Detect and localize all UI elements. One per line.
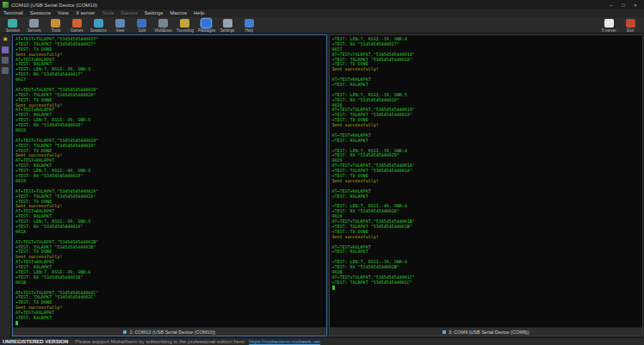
settings-gear-icon — [223, 19, 232, 28]
toolbar-label-tunneling: Tunneling — [176, 28, 193, 33]
toolbar: SessionServersToolsGamesSessionsViewSpli… — [0, 17, 644, 34]
terminal-com10[interactable]: AT+TEST=TXLRPKT,"53454545440027"+TEST: T… — [13, 35, 326, 327]
menu-item-view[interactable]: View — [58, 9, 69, 17]
multiexec-icon — [158, 19, 168, 28]
tab-com10-label: 2. COM10 (USB Serial Device (COM10)) — [129, 330, 215, 335]
terminal-cursor — [15, 321, 18, 325]
quick-sessions-icon[interactable] — [2, 46, 9, 53]
toolbar-multiexec-button[interactable]: MultiExec — [152, 18, 174, 33]
menu-item-macros[interactable]: Macros — [170, 9, 187, 17]
toolbar-label-view: View — [116, 28, 125, 33]
terminal-panes: AT+TEST=TXLRPKT,"53454545440027"+TEST: T… — [11, 34, 644, 337]
toolbar-view-button[interactable]: View — [109, 18, 131, 33]
toolbar-session-button[interactable]: Session — [2, 18, 23, 33]
toolbar-label-settings: Settings — [220, 28, 235, 33]
games-icon — [72, 19, 82, 28]
tab-com10[interactable]: 2. COM10 (USB Serial Device (COM10)) — [13, 327, 326, 336]
unregistered-version-label: UNREGISTERED VERSION — [3, 339, 68, 344]
tools-icon — [51, 19, 60, 28]
macros-icon[interactable] — [2, 57, 9, 64]
window-controls: –□× — [605, 1, 641, 9]
exit-icon — [626, 19, 635, 28]
terminal-pane-com10: AT+TEST=TXLRPKT,"53454545440027"+TEST: T… — [12, 34, 327, 336]
toolbar-servers-button[interactable]: Servers — [23, 18, 45, 33]
menu-item-sessions[interactable]: Sessions — [30, 9, 51, 17]
favorites-star-icon[interactable]: ★ — [2, 35, 8, 43]
toolbar-label-sessions: Sessions — [90, 28, 107, 33]
terminal-cursor-line — [332, 286, 643, 291]
terminal-cursor-line — [15, 321, 326, 326]
toolbar-x-server-button[interactable]: X server — [598, 18, 620, 33]
menu-item-games[interactable]: Games — [121, 9, 137, 17]
toolbar-exit-button[interactable]: Exit — [620, 18, 641, 33]
close-button[interactable]: × — [629, 1, 641, 9]
app-logo-icon — [3, 2, 9, 8]
terminal-com9[interactable]: +TEST: LEN:7, RSSI:-39, SNR:4+TEST: RX "… — [330, 35, 643, 327]
maximize-button[interactable]: □ — [617, 1, 629, 9]
toolbar-tools-button[interactable]: Tools — [45, 18, 66, 33]
toolbar-label-multiexec: MultiExec — [155, 28, 172, 33]
toolbar-label-tools: Tools — [51, 28, 60, 33]
toolbar-games-button[interactable]: Games — [66, 18, 88, 33]
terminal-pane-com9: +TEST: LEN:7, RSSI:-39, SNR:4+TEST: RX "… — [329, 34, 644, 336]
menu-item-settings[interactable]: Settings — [145, 9, 164, 17]
menu-item-x-server[interactable]: X server — [76, 9, 95, 17]
toolbar-label-split: Split — [138, 28, 146, 33]
menu-bar: TerminalSessionsViewX serverToolsGamesSe… — [0, 9, 644, 17]
menu-item-tools[interactable]: Tools — [102, 9, 114, 17]
titlebar: COM10 (USB Serial Device (COM10) –□× — [0, 0, 644, 9]
mobatek-link[interactable]: https://mobaxterm.mobatek.net — [249, 339, 320, 344]
tunneling-icon — [180, 19, 189, 28]
side-toolbar: ★ — [0, 34, 11, 337]
servers-icon — [29, 19, 39, 28]
main-area: ★ AT+TEST=TXLRPKT,"53454545440027"+TEST:… — [0, 34, 644, 337]
toolbar-label-games: Games — [71, 28, 84, 33]
help-icon — [245, 19, 254, 28]
mobaxterm-window: COM10 (USB Serial Device (COM10) –□× Ter… — [0, 0, 644, 345]
view-icon — [115, 19, 125, 28]
toolbar-label-help: Help — [245, 28, 253, 33]
menu-item-help[interactable]: Help — [194, 9, 204, 17]
toolbar-split-button[interactable]: Split — [131, 18, 152, 33]
toolbar-label-packages: Packages — [197, 28, 214, 33]
toolbar-packages-button[interactable]: Packages — [195, 18, 217, 33]
tab-com9[interactable]: 3. COM9 (USB Serial Device (COM9)) — [330, 327, 643, 336]
sessions-icon — [94, 19, 103, 28]
status-message: - Please support MobaXterm by subscribin… — [71, 339, 245, 344]
toolbar-label-servers: Servers — [28, 28, 41, 33]
split-icon — [137, 19, 146, 28]
toolbar-settings-button[interactable]: Settings — [217, 18, 238, 33]
toolbar-help-button[interactable]: Help — [238, 18, 260, 33]
terminal-cursor — [332, 286, 335, 290]
serial-port-icon — [443, 330, 446, 334]
x-server-icon — [604, 19, 614, 28]
toolbar-tunneling-button[interactable]: Tunneling — [174, 18, 195, 33]
menu-item-terminal[interactable]: Terminal — [3, 9, 23, 17]
toolbar-label-exit: Exit — [628, 28, 635, 33]
toolbar-label-x-server: X server — [602, 28, 616, 33]
toolbar-label-session: Session — [5, 28, 19, 33]
status-bar: UNREGISTERED VERSION - Please support Mo… — [0, 337, 644, 345]
packages-icon — [201, 19, 211, 28]
window-title: COM10 (USB Serial Device (COM10) — [11, 3, 97, 8]
session-monitor-icon — [8, 19, 17, 28]
minimize-button[interactable]: – — [605, 1, 617, 9]
tab-com9-label: 3. COM9 (USB Serial Device (COM9)) — [449, 330, 529, 335]
toolbar-sessions-button[interactable]: Sessions — [88, 18, 109, 33]
sftp-browser-icon[interactable] — [2, 67, 9, 74]
serial-port-icon — [123, 330, 127, 334]
